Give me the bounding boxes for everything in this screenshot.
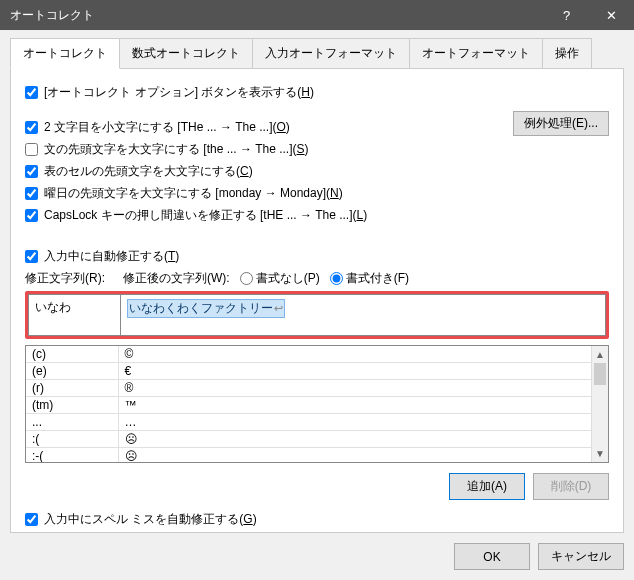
list-item[interactable]: :-(☹ — [26, 448, 591, 463]
help-button[interactable]: ? — [544, 0, 589, 30]
scrollbar[interactable]: ▲ ▼ — [591, 346, 608, 462]
tab-autoformat[interactable]: オートフォーマット — [409, 38, 543, 69]
radio-plain[interactable]: 書式なし(P) — [240, 270, 320, 287]
tblcell-checkbox[interactable] — [25, 165, 38, 178]
scroll-down-icon[interactable]: ▼ — [592, 445, 608, 462]
show-btn-label: [オートコレクト オプション] ボタンを表示する(H) — [44, 84, 314, 101]
show-btn-checkbox[interactable] — [25, 86, 38, 99]
list-item[interactable]: :(☹ — [26, 431, 591, 448]
dialog-body: オートコレクト 数式オートコレクト 入力オートフォーマット オートフォーマット … — [0, 30, 634, 580]
list-item[interactable]: (r)® — [26, 380, 591, 397]
add-button[interactable]: 追加(A) — [449, 473, 525, 500]
delete-button[interactable]: 削除(D) — [533, 473, 609, 500]
close-button[interactable]: ✕ — [589, 0, 634, 30]
replace-input[interactable]: いなわ — [29, 295, 121, 335]
exceptions-button[interactable]: 例外処理(E)... — [513, 111, 609, 136]
spell-checkbox[interactable] — [25, 513, 38, 526]
replace-col-label: 修正文字列(R): — [25, 270, 117, 287]
tab-autoformat-typing[interactable]: 入力オートフォーマット — [252, 38, 410, 69]
tab-autocorrect[interactable]: オートコレクト — [10, 38, 120, 69]
tab-panel: [オートコレクト オプション] ボタンを表示する(H) 2 文字目を小文字にする… — [10, 68, 624, 533]
day-label: 曜日の先頭文字を大文字にする [monday → Monday](N) — [44, 185, 343, 202]
tab-row: オートコレクト 数式オートコレクト 入力オートフォーマット オートフォーマット … — [10, 38, 624, 69]
sent-checkbox[interactable] — [25, 143, 38, 156]
dialog-title: オートコレクト — [10, 7, 544, 24]
radio-formatted[interactable]: 書式付き(F) — [330, 270, 409, 287]
cap2-label: 2 文字目を小文字にする [THe ... → The ...](O) — [44, 119, 290, 136]
tab-math-autocorrect[interactable]: 数式オートコレクト — [119, 38, 253, 69]
list-item[interactable]: (e)€ — [26, 363, 591, 380]
with-col-label: 修正後の文字列(W): — [123, 270, 230, 287]
titlebar: オートコレクト ? ✕ — [0, 0, 634, 30]
tblcell-label: 表のセルの先頭文字を大文字にする(C) — [44, 163, 253, 180]
with-input[interactable]: いなわくわくファクトリー — [121, 295, 605, 335]
day-checkbox[interactable] — [25, 187, 38, 200]
sent-label: 文の先頭文字を大文字にする [the ... → The ...](S) — [44, 141, 309, 158]
scroll-thumb[interactable] — [594, 363, 606, 385]
cap2-checkbox[interactable] — [25, 121, 38, 134]
scroll-up-icon[interactable]: ▲ — [592, 346, 608, 363]
caps-checkbox[interactable] — [25, 209, 38, 222]
replace-header-row: 修正文字列(R): 修正後の文字列(W): 書式なし(P) 書式付き(F) — [25, 270, 609, 287]
with-input-selection: いなわくわくファクトリー — [127, 299, 285, 318]
list-item[interactable]: ...… — [26, 414, 591, 431]
replace-list[interactable]: (c)©(e)€(r)®(tm)™...…:(☹:-(☹ ▲ ▼ — [25, 345, 609, 463]
list-item[interactable]: (tm)™ — [26, 397, 591, 414]
list-item[interactable]: (c)© — [26, 346, 591, 363]
tab-actions[interactable]: 操作 — [542, 38, 592, 69]
spell-label: 入力中にスペル ミスを自動修正する(G) — [44, 511, 257, 528]
ok-button[interactable]: OK — [454, 543, 530, 570]
highlight-frame: いなわ いなわくわくファクトリー — [25, 291, 609, 339]
cancel-button[interactable]: キャンセル — [538, 543, 624, 570]
replace-label: 入力中に自動修正する(T) — [44, 248, 179, 265]
replace-checkbox[interactable] — [25, 250, 38, 263]
caps-label: CapsLock キーの押し間違いを修正する [tHE ... → The ..… — [44, 207, 367, 224]
